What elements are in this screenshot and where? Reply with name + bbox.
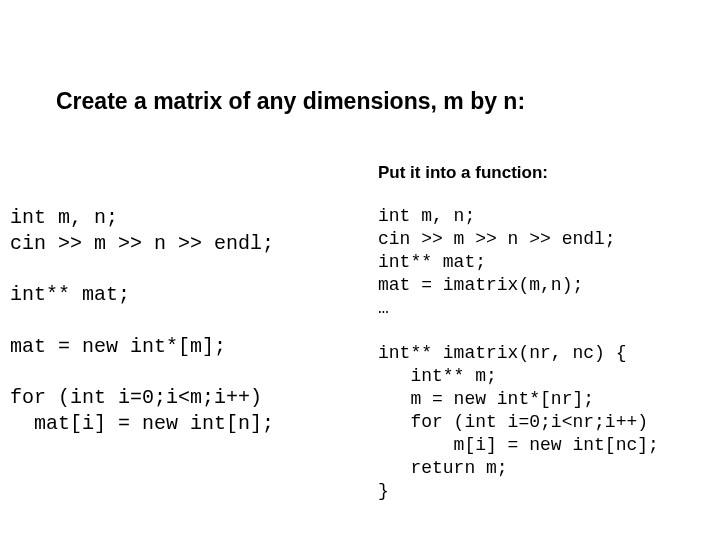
right-column: int m, n; cin >> m >> n >> endl; int** m…	[360, 205, 720, 503]
content-columns: int m, n; cin >> m >> n >> endl; int** m…	[0, 205, 720, 503]
slide-title: Create a matrix of any dimensions, m by …	[56, 88, 720, 115]
left-column: int m, n; cin >> m >> n >> endl; int** m…	[0, 205, 360, 503]
code-right-block-2: int** imatrix(nr, nc) { int** m; m = new…	[378, 342, 720, 503]
code-left-block-4: for (int i=0;i<m;i++) mat[i] = new int[n…	[10, 385, 360, 436]
code-right-block-1: int m, n; cin >> m >> n >> endl; int** m…	[378, 205, 720, 320]
slide-subtitle: Put it into a function:	[378, 163, 720, 183]
code-left-block-3: mat = new int*[m];	[10, 334, 360, 360]
code-left-block-1: int m, n; cin >> m >> n >> endl;	[10, 205, 360, 256]
code-left-block-2: int** mat;	[10, 282, 360, 308]
